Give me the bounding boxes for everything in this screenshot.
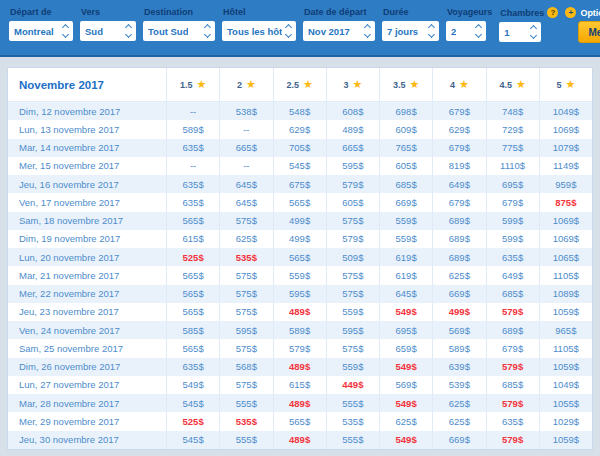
price-cell[interactable]: 625$ bbox=[432, 266, 485, 284]
price-cell[interactable]: 679$ bbox=[486, 193, 539, 211]
price-cell[interactable]: 545$ bbox=[166, 431, 219, 449]
price-cell[interactable]: 765$ bbox=[379, 139, 432, 157]
price-cell[interactable]: 559$ bbox=[326, 358, 379, 376]
price-cell[interactable]: 629$ bbox=[432, 120, 485, 138]
select-hotel[interactable]: Tous les hôtels bbox=[222, 21, 296, 41]
update-button[interactable]: Mettre à jour bbox=[578, 21, 600, 43]
price-cell[interactable]: 625$ bbox=[432, 394, 485, 412]
price-cell[interactable]: 599$ bbox=[486, 230, 539, 248]
price-cell[interactable]: 705$ bbox=[273, 139, 326, 157]
price-cell[interactable]: 605$ bbox=[326, 193, 379, 211]
price-cell[interactable]: 645$ bbox=[219, 193, 272, 211]
price-cell[interactable]: 535$ bbox=[326, 412, 379, 430]
price-cell[interactable]: 555$ bbox=[219, 431, 272, 449]
price-cell[interactable]: 675$ bbox=[273, 175, 326, 193]
price-cell[interactable]: 549$ bbox=[379, 358, 432, 376]
price-cell[interactable]: 579$ bbox=[486, 303, 539, 321]
price-cell[interactable]: 748$ bbox=[486, 102, 539, 120]
price-cell[interactable]: 665$ bbox=[326, 139, 379, 157]
price-cell[interactable]: 608$ bbox=[326, 102, 379, 120]
price-cell[interactable]: 635$ bbox=[486, 412, 539, 430]
price-cell[interactable]: 549$ bbox=[379, 394, 432, 412]
price-cell[interactable]: 555$ bbox=[219, 394, 272, 412]
advanced-options-link[interactable]: + Options avancées bbox=[565, 7, 600, 18]
price-cell[interactable]: 549$ bbox=[166, 376, 219, 394]
price-cell[interactable]: 555$ bbox=[326, 431, 379, 449]
price-cell[interactable]: 1105$ bbox=[539, 266, 592, 284]
price-cell[interactable]: 589$ bbox=[432, 339, 485, 357]
price-cell[interactable]: 559$ bbox=[379, 212, 432, 230]
price-cell[interactable]: 575$ bbox=[219, 212, 272, 230]
price-cell[interactable]: 595$ bbox=[326, 157, 379, 175]
price-cell[interactable]: 579$ bbox=[486, 394, 539, 412]
price-cell[interactable]: 659$ bbox=[379, 339, 432, 357]
price-cell[interactable]: 645$ bbox=[219, 175, 272, 193]
price-cell[interactable]: 489$ bbox=[273, 394, 326, 412]
price-cell[interactable]: 565$ bbox=[273, 412, 326, 430]
price-cell[interactable]: 689$ bbox=[432, 230, 485, 248]
price-cell[interactable]: 698$ bbox=[379, 102, 432, 120]
price-cell[interactable]: 538$ bbox=[219, 102, 272, 120]
price-cell[interactable]: 679$ bbox=[432, 193, 485, 211]
price-cell[interactable]: 685$ bbox=[486, 285, 539, 303]
price-cell[interactable]: 555$ bbox=[326, 394, 379, 412]
price-cell[interactable]: 575$ bbox=[326, 266, 379, 284]
price-cell[interactable]: 509$ bbox=[326, 248, 379, 266]
price-cell[interactable]: 1029$ bbox=[539, 412, 592, 430]
price-cell[interactable]: 729$ bbox=[486, 120, 539, 138]
price-cell[interactable]: 548$ bbox=[273, 102, 326, 120]
price-cell[interactable]: 965$ bbox=[539, 321, 592, 339]
price-cell[interactable]: 689$ bbox=[432, 248, 485, 266]
price-cell[interactable]: 575$ bbox=[326, 285, 379, 303]
price-cell[interactable]: 579$ bbox=[486, 431, 539, 449]
price-cell[interactable]: 695$ bbox=[486, 175, 539, 193]
price-cell[interactable]: 489$ bbox=[273, 358, 326, 376]
price-cell[interactable]: 609$ bbox=[379, 120, 432, 138]
price-cell[interactable]: 579$ bbox=[486, 358, 539, 376]
price-cell[interactable]: 565$ bbox=[166, 285, 219, 303]
price-cell[interactable]: 595$ bbox=[219, 321, 272, 339]
price-cell[interactable]: 575$ bbox=[219, 285, 272, 303]
price-cell[interactable]: 1069$ bbox=[539, 230, 592, 248]
price-cell[interactable]: 1069$ bbox=[539, 212, 592, 230]
price-cell[interactable]: 679$ bbox=[432, 139, 485, 157]
price-cell[interactable]: 1110$ bbox=[486, 157, 539, 175]
select-direction[interactable]: Sud bbox=[80, 21, 136, 41]
price-cell[interactable]: 1149$ bbox=[539, 157, 592, 175]
price-cell[interactable]: 499$ bbox=[432, 303, 485, 321]
select-duration[interactable]: 7 jours bbox=[382, 21, 439, 41]
price-cell[interactable]: 635$ bbox=[486, 248, 539, 266]
price-cell[interactable]: 619$ bbox=[379, 248, 432, 266]
select-departure-date[interactable]: Nov 2017 bbox=[303, 21, 375, 41]
price-cell[interactable]: 819$ bbox=[432, 157, 485, 175]
price-cell[interactable]: 775$ bbox=[486, 139, 539, 157]
price-cell[interactable]: 535$ bbox=[219, 248, 272, 266]
price-cell[interactable]: 1105$ bbox=[539, 339, 592, 357]
price-cell[interactable]: 559$ bbox=[326, 303, 379, 321]
price-cell[interactable]: 585$ bbox=[166, 321, 219, 339]
price-cell[interactable]: 559$ bbox=[379, 230, 432, 248]
price-cell[interactable]: 575$ bbox=[219, 266, 272, 284]
price-cell[interactable]: 635$ bbox=[166, 358, 219, 376]
price-cell[interactable]: 565$ bbox=[273, 248, 326, 266]
price-cell[interactable]: 1059$ bbox=[539, 431, 592, 449]
help-icon[interactable]: ? bbox=[547, 7, 558, 18]
price-cell[interactable]: 565$ bbox=[166, 303, 219, 321]
price-cell[interactable]: 665$ bbox=[219, 139, 272, 157]
price-cell[interactable]: 685$ bbox=[486, 376, 539, 394]
price-cell[interactable]: 679$ bbox=[486, 339, 539, 357]
price-cell[interactable]: 559$ bbox=[273, 266, 326, 284]
price-cell[interactable]: 625$ bbox=[432, 412, 485, 430]
price-cell[interactable]: 489$ bbox=[273, 303, 326, 321]
price-cell[interactable]: 669$ bbox=[432, 285, 485, 303]
price-cell[interactable]: 575$ bbox=[326, 212, 379, 230]
price-cell[interactable]: 565$ bbox=[273, 193, 326, 211]
price-cell[interactable]: 565$ bbox=[166, 339, 219, 357]
price-cell[interactable]: 635$ bbox=[166, 193, 219, 211]
price-cell[interactable]: 685$ bbox=[379, 175, 432, 193]
price-cell[interactable]: 565$ bbox=[166, 212, 219, 230]
price-cell[interactable]: 595$ bbox=[273, 285, 326, 303]
price-cell[interactable]: 1055$ bbox=[539, 394, 592, 412]
price-cell[interactable]: 568$ bbox=[219, 358, 272, 376]
price-cell[interactable]: 599$ bbox=[486, 212, 539, 230]
